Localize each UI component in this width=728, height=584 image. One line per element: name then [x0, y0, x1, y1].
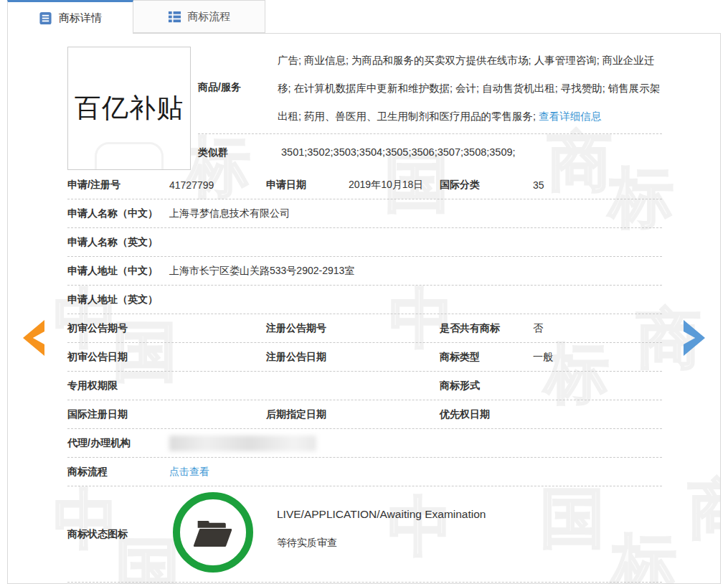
field-label: 代理/办理机构 — [67, 437, 131, 450]
field-label: 注册公告日期 — [266, 351, 326, 364]
field-row-applicant-address-en: 申请人地址（英文） — [67, 286, 662, 314]
field-row-registration: 申请/注册号 41727799 申请日期 2019年10月18日 国际分类 35 — [67, 171, 662, 199]
list-icon — [168, 10, 181, 24]
field-label: 后期指定日期 — [266, 408, 326, 421]
field-value: 否 — [533, 322, 543, 335]
field-label: 初审公告期号 — [67, 322, 128, 335]
view-details-link[interactable]: 查看详细信息 — [539, 110, 601, 122]
field-label: 初审公告日期 — [67, 351, 128, 364]
status-text-cn: 等待实质审查 — [277, 537, 337, 550]
field-label: 国际分类 — [440, 179, 480, 192]
field-label: 申请人地址（英文） — [67, 293, 158, 306]
field-label: 国际注册日期 — [67, 408, 128, 421]
trademark-detail-page: 商标详情 商标流程 标 国 商 标 中 国 中 商 标 中 国 中 国 标 商 … — [0, 0, 728, 584]
field-row-international-dates: 国际注册日期 后期指定日期 优先权日期 — [67, 400, 662, 429]
field-label: 商标状态图标 — [67, 528, 128, 541]
field-label: 商标形式 — [440, 380, 480, 392]
tab-trademark-process[interactable]: 商标流程 — [133, 0, 265, 33]
field-value: 2019年10月18日 — [349, 179, 423, 192]
field-label: 商标流程 — [67, 466, 108, 479]
open-folder-icon — [192, 515, 234, 550]
field-value: 上海寻梦信息技术有限公司 — [169, 207, 290, 220]
trademark-text: 百亿补贴 — [75, 90, 184, 126]
field-value: 35 — [533, 179, 544, 191]
field-row-status: 商标状态图标 LIVE/APPLICATION/Awaiting Examina… — [67, 486, 662, 583]
status-ring — [173, 492, 253, 573]
field-label: 注册公告期号 — [266, 322, 326, 335]
field-label: 申请人名称（中文） — [67, 207, 158, 220]
similar-group-label: 类似群 — [198, 146, 228, 159]
field-label: 申请人地址（中文） — [67, 265, 158, 278]
field-value: 上海市长宁区娄山关路533号2902-2913室 — [169, 265, 354, 278]
trademark-image: 百亿补贴 — [67, 47, 191, 170]
detail-panel: 标 国 商 标 中 国 中 商 标 中 国 中 国 标 商 百亿补贴 商品/服务… — [7, 33, 721, 584]
field-row-agency: 代理/办理机构 — [67, 429, 662, 458]
field-label: 是否共有商标 — [440, 322, 500, 335]
document-icon — [39, 11, 52, 25]
click-to-view-link[interactable]: 点击查看 — [169, 466, 209, 477]
tab-label: 商标详情 — [59, 11, 102, 25]
tab-trademark-detail[interactable]: 商标详情 — [7, 0, 133, 34]
field-row-applicant-name-cn: 申请人名称（中文） 上海寻梦信息技术有限公司 — [67, 199, 662, 228]
watermark-glyph: 商 — [688, 477, 721, 542]
field-row-exclusive-period: 专用权期限 商标形式 — [67, 372, 662, 400]
status-text-en: LIVE/APPLICATION/Awaiting Examination — [277, 508, 486, 521]
similar-group-value: 3501;3502;3503;3504;3505;3506;3507;3508;… — [281, 146, 516, 158]
tab-bar: 商标详情 商标流程 — [0, 0, 728, 34]
goods-services-text: 广告; 商业信息; 为商品和服务的买卖双方提供在线市场; 人事管理咨询; 商业企… — [278, 47, 663, 131]
field-label: 申请/注册号 — [67, 179, 120, 192]
field-label: 申请日期 — [266, 179, 306, 192]
trademark-image-watermark — [95, 142, 164, 170]
redacted-agency-value — [169, 435, 316, 451]
field-label: 申请人名称（英文） — [67, 236, 158, 249]
goods-services-value: 广告; 商业信息; 为商品和服务的买卖双方提供在线市场; 人事管理咨询; 商业企… — [278, 55, 660, 122]
separator — [198, 133, 662, 134]
goods-services-label: 商品/服务 — [198, 81, 241, 94]
field-value: 一般 — [533, 351, 553, 364]
tab-label: 商标流程 — [188, 10, 231, 24]
field-row-applicant-name-en: 申请人名称（英文） — [67, 228, 662, 257]
field-row-gazette-no: 初审公告期号 注册公告期号 是否共有商标 否 — [67, 314, 662, 343]
field-row-gazette-date: 初审公告日期 注册公告日期 商标类型 一般 — [67, 343, 662, 372]
field-label: 商标类型 — [440, 351, 480, 364]
field-value: 41727799 — [169, 179, 214, 191]
field-row-trademark-flow: 商标流程 点击查看 — [67, 458, 662, 486]
field-label: 专用权期限 — [67, 380, 118, 392]
field-label: 优先权日期 — [440, 408, 490, 421]
field-row-applicant-address-cn: 申请人地址（中文） 上海市长宁区娄山关路533号2902-2913室 — [67, 257, 662, 286]
